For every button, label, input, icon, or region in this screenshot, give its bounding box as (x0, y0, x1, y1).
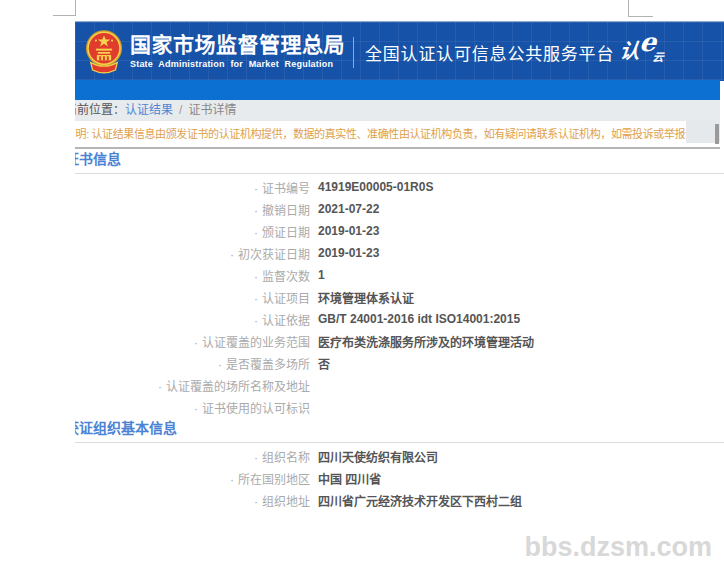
detail-label: ·颁证日期 (75, 223, 310, 240)
main-navbar (75, 80, 720, 100)
detail-row: ·颁证日期 2019-01-23 (75, 220, 724, 242)
detail-label: ·证书编号 (75, 179, 310, 196)
breadcrumb-link-certification-results[interactable]: 认证结果 (125, 103, 173, 117)
detail-row: ·是否覆盖多场所 否 (75, 352, 724, 374)
org-name-cn: 国家市场监督管理总局 (130, 33, 345, 57)
detail-label: ·所在国别地区 (75, 470, 310, 487)
section-title: 证书信息 (75, 151, 724, 174)
bullet-icon: · (254, 314, 258, 328)
bullet-icon: · (254, 270, 258, 284)
detail-value: 四川天使纺织有限公司 (318, 448, 438, 465)
cropped-box-corner-left (53, 0, 76, 16)
detail-value: 医疗布类洗涤服务所涉及的环境管理活动 (318, 333, 534, 350)
breadcrumb-prefix: 当前位置： (75, 103, 125, 117)
bullet-icon: · (254, 182, 258, 196)
detail-value: 2019-01-23 (318, 224, 379, 238)
detail-row: ·认证依据 GB/T 24001-2016 idt ISO14001:2015 (75, 308, 724, 330)
detail-value: 四川省广元经济技术开发区下西村二组 (318, 492, 522, 509)
disclaimer-bar: 声明: 认证结果信息由颁发证书的认证机构提供，数据的真实性、准确性由认证机构负责… (75, 121, 720, 149)
breadcrumb-current: 证书详情 (188, 103, 236, 117)
detail-row: ·证书使用的认可标识 (75, 396, 724, 418)
bullet-icon: · (194, 402, 198, 416)
detail-label: ·认证依据 (75, 311, 310, 328)
certificate-detail-content: 证书信息 ·证书编号 41919E00005-01R0S ·撤销日期 2021-… (75, 149, 724, 511)
detail-label: ·认证项目 (75, 289, 310, 306)
breadcrumb: 当前位置：认证结果/证书详情 (75, 100, 720, 121)
bullet-icon: · (254, 451, 258, 465)
org-title: 国家市场监督管理总局 State Administration for Mark… (130, 33, 345, 69)
bullet-icon: · (194, 336, 198, 350)
detail-label: ·监督次数 (75, 267, 310, 284)
site-header: 国家市场监督管理总局 State Administration for Mark… (75, 21, 724, 81)
detail-row: ·认证覆盖的业务范围 医疗布类洗涤服务所涉及的环境管理活动 (75, 330, 724, 352)
forum-watermark: bbs.dzsm.com (524, 532, 712, 563)
detail-row: ·监督次数 1 (75, 264, 724, 286)
detail-value: 否 (318, 355, 330, 372)
org-name-en: State Administration for Market Regulati… (130, 59, 345, 69)
detail-value: 2021-07-22 (318, 202, 379, 216)
bullet-icon: · (254, 226, 258, 240)
bullet-icon: · (230, 473, 234, 487)
detail-row: ·组织名称 四川天使纺织有限公司 (75, 445, 724, 467)
cropped-box-corner-right (628, 0, 653, 17)
national-emblem-icon (85, 28, 123, 76)
bullet-icon: · (254, 495, 258, 509)
bullet-icon: · (254, 292, 258, 306)
detail-value: 环境管理体系认证 (318, 289, 414, 306)
detail-value: GB/T 24001-2016 idt ISO14001:2015 (318, 312, 520, 326)
bullet-icon: · (230, 248, 234, 262)
info-section: 证书信息 ·证书编号 41919E00005-01R0S ·撤销日期 2021-… (75, 151, 724, 418)
certificate-detail-page: 国家市场监督管理总局 State Administration for Mark… (0, 0, 724, 565)
info-section: 获证组织基本信息 ·组织名称 四川天使纺织有限公司 ·所在国别地区 中国 四川省… (75, 420, 724, 511)
scrollbar-thumb[interactable] (715, 124, 719, 144)
detail-label: ·认证覆盖的场所名称及地址 (75, 377, 310, 394)
detail-label: ·证书使用的认可标识 (75, 399, 310, 416)
detail-row: ·所在国别地区 中国 四川省 (75, 467, 724, 489)
detail-row: ·撤销日期 2021-07-22 (75, 198, 724, 220)
section-rows: ·组织名称 四川天使纺织有限公司 ·所在国别地区 中国 四川省 ·组织地址 四川… (75, 445, 724, 511)
platform-name: 全国认证认可信息公共服务平台 (365, 40, 614, 65)
bullet-icon: · (218, 358, 222, 372)
section-title: 获证组织基本信息 (75, 420, 724, 443)
detail-row: ·初次获证日期 2019-01-23 (75, 242, 724, 264)
bullet-icon: · (254, 204, 258, 218)
bullet-icon: · (158, 380, 162, 394)
detail-row: ·认证项目 环境管理体系认证 (75, 286, 724, 308)
detail-row: ·证书编号 41919E00005-01R0S (75, 176, 724, 198)
detail-row: ·认证覆盖的场所名称及地址 (75, 374, 724, 396)
ren-e-yun-logo-icon: 认e云 (618, 34, 669, 64)
detail-label: ·撤销日期 (75, 201, 310, 218)
detail-value: 41919E00005-01R0S (318, 180, 433, 194)
detail-label: ·组织名称 (75, 448, 310, 465)
detail-value: 1 (318, 268, 325, 282)
detail-label: ·组织地址 (75, 492, 310, 509)
detail-label: ·认证覆盖的业务范围 (75, 333, 310, 350)
detail-value: 中国 四川省 (318, 470, 381, 487)
header-divider (353, 37, 354, 68)
detail-label: ·是否覆盖多场所 (75, 355, 310, 372)
section-rows: ·证书编号 41919E00005-01R0S ·撤销日期 2021-07-22… (75, 176, 724, 418)
disclaimer-text: 声明: 认证结果信息由颁发证书的认证机构提供，数据的真实性、准确性由认证机构负责… (75, 121, 720, 147)
detail-label: ·初次获证日期 (75, 245, 310, 262)
detail-row: ·组织地址 四川省广元经济技术开发区下西村二组 (75, 489, 724, 511)
breadcrumb-separator: / (173, 103, 188, 117)
detail-value: 2019-01-23 (318, 246, 379, 260)
